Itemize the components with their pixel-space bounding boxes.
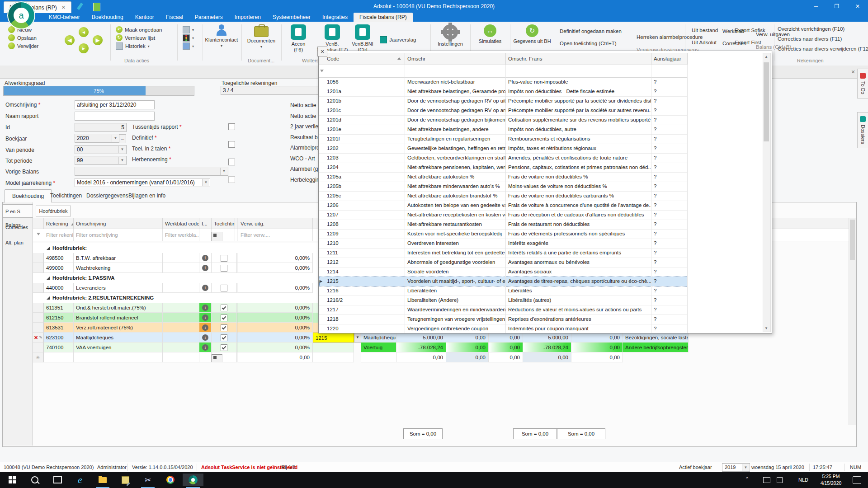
menu-tab-parameters[interactable]: Parameters (189, 13, 229, 22)
cell-info[interactable]: i (199, 303, 212, 313)
scroll-thumb[interactable] (764, 62, 769, 141)
popup-row-1205c[interactable]: 1205cNiet aftrekbare autokosten brandsto… (319, 191, 688, 201)
cell-omschrijving[interactable]: Maaltijdcheques (74, 333, 163, 343)
cell-value[interactable]: 0,00 (571, 352, 623, 362)
naam-rapport-input[interactable] (75, 112, 155, 121)
notification-center-icon[interactable] (853, 476, 861, 484)
nav-next-icon[interactable]: ▸ (79, 43, 89, 53)
cell-info[interactable]: i (199, 313, 212, 323)
menu-tab-fiscale-balans-rp[interactable]: Fiscale balans (RP) (354, 13, 413, 22)
instellingen-button[interactable]: Instellingen (433, 24, 467, 47)
popup-row-1201d[interactable]: 1201dDoor de vennootschap gedragen bijko… (319, 115, 688, 125)
cell-werkblad-code[interactable] (163, 323, 199, 333)
chevron-down-icon[interactable]: ▼ (112, 135, 119, 142)
collapse-icon[interactable] (47, 296, 50, 300)
menu-tab-kantoor[interactable]: Kantoor (129, 13, 160, 22)
grid-row-right[interactable]: 0,000,000,000,000,00 (313, 352, 689, 362)
popup-col-header-omschr-frans[interactable]: Omschr. Frans (506, 53, 651, 65)
popup-filter-cell[interactable] (651, 65, 688, 77)
nav-previous-icon[interactable]: ◂ (79, 27, 89, 37)
grid-filter-cell[interactable]: Filter werkbla... (163, 229, 199, 241)
popup-row-1212[interactable]: 1212Abnormale of goedgunstige voordelenA… (319, 258, 688, 267)
cell-info[interactable]: i (199, 253, 212, 263)
popup-row-1201e[interactable]: 1201eNiet aftrekbare belastingen, andere… (319, 125, 688, 135)
cell-omschrijving[interactable]: B.T.W. aftrekbaar (74, 253, 163, 263)
grid-filter-cell[interactable]: Filter omschrijving (74, 229, 163, 241)
cell-value[interactable]: 5.000,00 (523, 333, 571, 343)
uit-adsolut-button[interactable]: Uit Adsolut (692, 40, 717, 45)
cell-verw-uitgaven[interactable]: 0,00 (237, 352, 313, 362)
cell-info[interactable] (199, 352, 212, 362)
cell-rekening[interactable]: 611351 (44, 303, 74, 313)
toelichting-checkbox[interactable] (221, 285, 227, 291)
correcties-f12-button[interactable]: Correcties naar divers verwijderen (F12) (778, 46, 868, 52)
restore-button[interactable]: ❐ (826, 0, 847, 13)
cell-rekening[interactable]: 612150 (44, 313, 74, 323)
grid-col-header-toelichting[interactable]: Toelichting (212, 218, 235, 229)
cell-value[interactable]: 0,00 (571, 343, 623, 352)
info-icon[interactable]: i (202, 305, 208, 311)
cell-verw-uitgaven[interactable]: 0,00% (237, 333, 313, 343)
chevron-down-icon[interactable]: ▼ (220, 168, 227, 175)
code-dropdown-icon[interactable]: ▼ (354, 333, 361, 343)
popup-row-1218[interactable]: 1218Terugnemingen van vroegere vrijstell… (319, 314, 688, 324)
popup-row-1202[interactable]: 1202Gewestelijke belastingen, heffingen … (319, 144, 688, 154)
tray-clock[interactable]: 5:25 PM 4/15/2020 (816, 473, 845, 487)
chevron-down-icon[interactable]: ▼ (202, 179, 209, 186)
collapse-icon[interactable] (47, 247, 50, 250)
cell-omschr[interactable]: Maaltijdcheques (361, 333, 396, 343)
tab-bijlagen-en-info[interactable]: Bijlagen en info (121, 189, 173, 202)
vorige-balans-combo[interactable]: ▼ (75, 167, 228, 176)
grid-vertical-scrollbar[interactable] (849, 218, 856, 425)
uit-bestand-button[interactable]: Uit bestand (692, 28, 718, 33)
internet-explorer-icon[interactable]: e (70, 474, 90, 486)
grid-col-header-verw-uitg[interactable]: Verw. uitg. (237, 218, 313, 229)
historiek-button[interactable]: Historiek▾ (116, 42, 150, 50)
panel-tab-dossiers[interactable]: Dossiers (857, 112, 868, 148)
nav-first-icon[interactable]: ◀ (65, 35, 75, 45)
cell-toelichting[interactable] (212, 333, 237, 343)
grid-col-header-rekening[interactable]: Rekening (44, 218, 74, 229)
cell-omschrijving[interactable]: Verz.roll.materieel (75%) (74, 323, 163, 333)
grid-group-row[interactable]: Hoofdrubriek: (33, 243, 318, 253)
chrome-icon[interactable] (160, 474, 181, 486)
popup-filter-cell[interactable] (405, 65, 506, 77)
adsolut-logo-icon[interactable]: a (7, 1, 35, 29)
documenten-button[interactable]: Documenten▾ (244, 24, 278, 50)
snipping-tool-icon[interactable] (115, 474, 136, 486)
cell-info[interactable]: i (199, 323, 212, 333)
opslaan-button[interactable]: Opslaan (8, 34, 37, 41)
cell-rekening[interactable]: 740100 (44, 343, 74, 352)
grid-filter-cell[interactable] (199, 229, 212, 241)
popup-filter-cell[interactable] (325, 65, 405, 77)
grid-row-right[interactable]: 1215▼Maaltijdcheques5.000,000,000,005.00… (313, 333, 689, 343)
tray-network-icon[interactable] (777, 477, 783, 483)
van-periode-combo[interactable]: 00▼ (75, 145, 127, 154)
scroll-up-icon[interactable]: ▲ (763, 53, 769, 60)
chevron-down-icon[interactable]: ▼ (118, 157, 126, 164)
toelichting-checkbox[interactable] (212, 354, 222, 362)
cell-omschrijving[interactable]: Brandstof rollend materieel (74, 313, 163, 323)
cell-omschrijving[interactable]: Leveranciers (74, 283, 163, 293)
cell-rekening[interactable] (44, 352, 74, 362)
grid-row[interactable]: 613531Verz.roll.materieel (75%)i0,00% (33, 323, 318, 333)
popup-row-1205b[interactable]: 1205bNiet aftrekbare minderwaarden auto'… (319, 182, 688, 192)
cell-rekening[interactable]: 498500 (44, 253, 74, 263)
popup-filter-row[interactable] (319, 65, 688, 78)
cell-verw-uitgaven[interactable]: 0,00% (237, 343, 313, 352)
cell-werkblad-code[interactable] (163, 313, 199, 323)
cell-verw-uitgaven[interactable]: 0,00% (237, 303, 313, 313)
popup-row-1206[interactable]: 1206Autokosten ten belope van een gedeel… (319, 201, 688, 211)
maak-ongedaan-button[interactable]: ↶Maak ongedaan (116, 26, 162, 33)
popup-row-1056[interactable]: 1056Meerwaarden niet-belastbaarPlus-valu… (319, 77, 688, 87)
grid-filter-cell[interactable]: Filter rekening (44, 229, 74, 241)
actief-boekjaar-combo[interactable]: 2019▼ (722, 463, 750, 472)
tot-periode-combo[interactable]: 99▼ (75, 156, 127, 165)
menu-tab-kmo-beheer[interactable]: KMO-beheer (43, 13, 86, 22)
popup-row-1207[interactable]: 1207Niet-aftrekbare receptiekosten en ko… (319, 210, 688, 220)
adsolut-icon[interactable] (183, 474, 203, 486)
grid-row[interactable]: 612150Brandstof rollend materieeli0,00% (33, 313, 318, 323)
export-sofisk-button[interactable]: Export Sofisk (735, 28, 765, 33)
grid-row[interactable]: 440000Leveranciersi0,00% (33, 283, 318, 293)
simulaties-button[interactable]: ↔Simulaties (473, 24, 507, 44)
